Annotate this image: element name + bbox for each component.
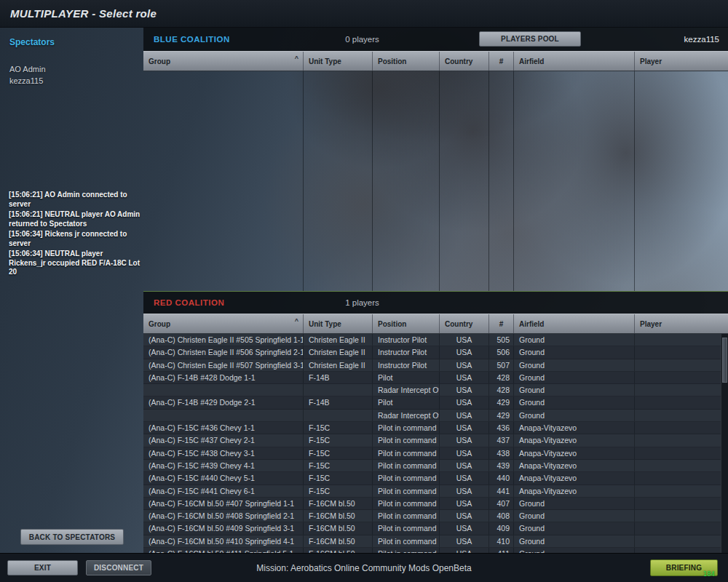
cell-group: (Ana-C) F-16CM bl.50 #409 Springfield 3-… bbox=[143, 522, 304, 534]
cell-player bbox=[635, 485, 728, 497]
red-table-scrollbar[interactable] bbox=[721, 334, 728, 553]
role-row[interactable]: (Ana-C) F-14B #429 Dodge 2-1 F-14B Pilot… bbox=[143, 396, 728, 409]
cell-position: Pilot bbox=[373, 396, 440, 408]
cell-position: Instructor Pilot bbox=[373, 346, 440, 358]
cell-unit-type: Christen Eagle II bbox=[304, 359, 373, 371]
cell-position: Pilot bbox=[373, 372, 440, 383]
title-bar: MULTIPLAYER - Select role bbox=[0, 0, 728, 28]
mission-name: Mission: Aerobatics Online Community Mod… bbox=[0, 563, 728, 573]
cell-player bbox=[635, 447, 728, 459]
cell-unit-type: F-15C bbox=[304, 447, 373, 459]
column-header-label: Position bbox=[378, 320, 406, 328]
cell-unit-type: F-16CM bl.50 bbox=[304, 498, 373, 509]
column-header-label: # bbox=[499, 320, 504, 328]
column-header-airfield[interactable]: Airfield bbox=[514, 314, 635, 333]
cell-group: (Ana-C) F-16CM bl.50 #408 Springfield 2-… bbox=[143, 510, 304, 522]
column-header-label: Unit Type bbox=[309, 320, 341, 328]
column-rule bbox=[304, 71, 373, 291]
cell-country: USA bbox=[440, 460, 489, 471]
cell-number: 409 bbox=[489, 522, 514, 534]
cell-country: USA bbox=[440, 510, 489, 522]
role-row[interactable]: (Ana-C) Christen Eagle II #507 Springfie… bbox=[143, 359, 728, 372]
pool-player-name: kezza115 bbox=[684, 35, 719, 44]
cell-country: USA bbox=[440, 410, 489, 421]
column-header-position[interactable]: Position bbox=[373, 314, 440, 333]
cell-position: Pilot in command bbox=[373, 460, 440, 471]
sidebar-item-spectators[interactable]: Spectators bbox=[0, 28, 143, 47]
role-row[interactable]: Radar Intercept Officer USA 428 Ground bbox=[143, 384, 728, 396]
role-row[interactable]: (Ana-C) F-15C #439 Chevy 4-1 F-15C Pilot… bbox=[143, 460, 728, 472]
role-row[interactable]: (Ana-C) F-16CM bl.50 #407 Springfield 1-… bbox=[143, 498, 728, 510]
cell-group: (Ana-C) F-14B #429 Dodge 2-1 bbox=[143, 396, 304, 408]
scrollbar-thumb[interactable] bbox=[722, 338, 727, 383]
column-header-label: Country bbox=[445, 57, 472, 65]
chat-log-line: [15:06:34] NEUTRAL player Rickens_jr occ… bbox=[9, 250, 141, 277]
role-row[interactable]: (Ana-C) F-16CM bl.50 #410 Springfield 4-… bbox=[143, 535, 728, 548]
column-header-number[interactable]: # bbox=[489, 314, 514, 333]
cell-unit-type: F-15C bbox=[304, 485, 373, 497]
column-header-unit-type[interactable]: Unit Type bbox=[304, 314, 373, 333]
back-to-spectators-button[interactable]: BACK TO SPECTATORS bbox=[20, 529, 124, 545]
cell-airfield: Anapa-Vityazevo bbox=[514, 485, 635, 497]
column-header-label: Group bbox=[149, 320, 170, 328]
cell-airfield: Anapa-Vityazevo bbox=[514, 447, 635, 459]
cell-airfield: Ground bbox=[514, 384, 635, 396]
chat-log-line: [15:06:21] AO Admin connected to server bbox=[9, 191, 141, 209]
cell-unit-type: F-16CM bl.50 bbox=[304, 548, 373, 553]
role-row[interactable]: (Ana-C) F-16CM bl.50 #411 Springfield 5-… bbox=[143, 548, 728, 553]
cell-player bbox=[635, 396, 728, 408]
cell-position: Pilot in command bbox=[373, 498, 440, 509]
role-row[interactable]: (Ana-C) F-16CM bl.50 #408 Springfield 2-… bbox=[143, 510, 728, 522]
role-row[interactable]: (Ana-C) F-15C #438 Chevy 3-1 F-15C Pilot… bbox=[143, 447, 728, 460]
cell-country: USA bbox=[440, 434, 489, 446]
role-row[interactable]: (Ana-C) F-15C #436 Chevy 1-1 F-15C Pilot… bbox=[143, 422, 728, 434]
column-header-label: Airfield bbox=[519, 320, 544, 328]
cell-position: Pilot in command bbox=[373, 510, 440, 522]
role-row[interactable]: (Ana-C) Christen Eagle II #506 Springfie… bbox=[143, 346, 728, 359]
role-row[interactable]: (Ana-C) F-15C #437 Chevy 2-1 F-15C Pilot… bbox=[143, 434, 728, 447]
cell-group: (Ana-C) F-16CM bl.50 #411 Springfield 5-… bbox=[143, 548, 304, 553]
footer-bar: EXIT DISCONNECT Mission: Aerobatics Onli… bbox=[0, 553, 728, 582]
role-row[interactable]: (Ana-C) F-15C #440 Chevy 5-1 F-15C Pilot… bbox=[143, 472, 728, 485]
column-header-player[interactable]: Player bbox=[635, 52, 728, 71]
role-row[interactable]: Radar Intercept Officer USA 429 Ground bbox=[143, 410, 728, 422]
players-pool-button[interactable]: PLAYERS POOL bbox=[479, 31, 581, 47]
red-players-count: 1 players bbox=[143, 298, 581, 307]
column-header-country[interactable]: Country bbox=[440, 52, 489, 71]
cell-country: USA bbox=[440, 535, 489, 547]
column-header-label: Group bbox=[149, 57, 170, 65]
cell-group bbox=[143, 410, 304, 421]
cell-country: USA bbox=[440, 334, 489, 346]
column-header-group[interactable]: Group ^ bbox=[143, 52, 304, 71]
column-header-player[interactable]: Player bbox=[635, 314, 728, 333]
cell-position: Pilot in command bbox=[373, 434, 440, 446]
cell-airfield: Anapa-Vityazevo bbox=[514, 472, 635, 484]
cell-number: 439 bbox=[489, 460, 514, 471]
cell-airfield: Ground bbox=[514, 396, 635, 408]
role-row[interactable]: (Ana-C) Christen Eagle II #505 Springfie… bbox=[143, 334, 728, 346]
role-row[interactable]: (Ana-C) F-14B #428 Dodge 1-1 F-14B Pilot… bbox=[143, 372, 728, 384]
cell-number: 428 bbox=[489, 384, 514, 396]
column-header-airfield[interactable]: Airfield bbox=[514, 52, 635, 71]
column-rule bbox=[514, 71, 635, 291]
role-row[interactable]: (Ana-C) F-15C #441 Chevy 6-1 F-15C Pilot… bbox=[143, 485, 728, 498]
cell-number: 428 bbox=[489, 372, 514, 383]
cell-group: (Ana-C) F-16CM bl.50 #410 Springfield 4-… bbox=[143, 535, 304, 547]
role-row[interactable]: (Ana-C) F-16CM bl.50 #409 Springfield 3-… bbox=[143, 522, 728, 535]
column-header-number[interactable]: # bbox=[489, 52, 514, 71]
red-coalition-header: RED COALITION 1 players bbox=[143, 291, 728, 314]
column-header-label: Airfield bbox=[519, 57, 544, 65]
cell-position: Pilot in command bbox=[373, 447, 440, 459]
column-header-country[interactable]: Country bbox=[440, 314, 489, 333]
column-header-label: Player bbox=[640, 320, 662, 328]
cell-number: 438 bbox=[489, 447, 514, 459]
column-header-unit-type[interactable]: Unit Type bbox=[304, 52, 373, 71]
cell-airfield: Ground bbox=[514, 548, 635, 553]
blue-table-header: Group ^ Unit Type Position Country # Air… bbox=[143, 51, 728, 71]
cell-number: 506 bbox=[489, 346, 514, 358]
column-header-label: Player bbox=[640, 57, 662, 65]
cell-number: 429 bbox=[489, 396, 514, 408]
cell-unit-type: Christen Eagle II bbox=[304, 334, 373, 346]
column-header-group[interactable]: Group ^ bbox=[143, 314, 304, 333]
column-header-position[interactable]: Position bbox=[373, 52, 440, 71]
